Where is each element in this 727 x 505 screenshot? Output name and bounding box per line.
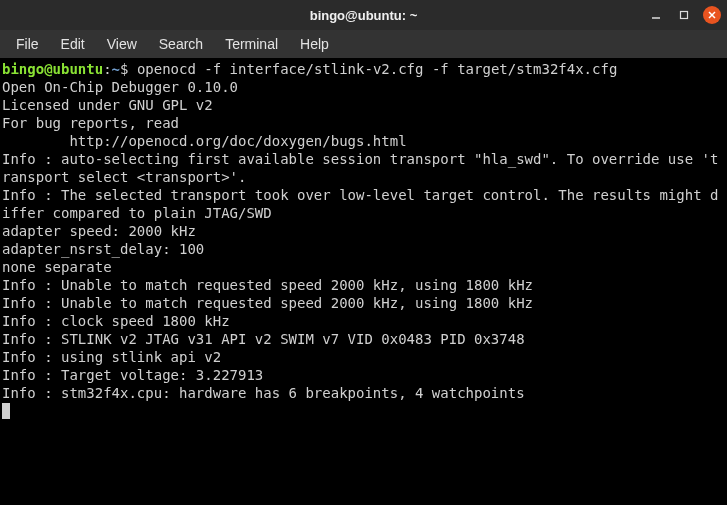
menu-help[interactable]: Help xyxy=(290,33,339,55)
output-line: adapter_nsrst_delay: 100 xyxy=(2,241,204,257)
titlebar: bingo@ubuntu: ~ xyxy=(0,0,727,30)
menubar: File Edit View Search Terminal Help xyxy=(0,30,727,58)
menu-file[interactable]: File xyxy=(6,33,49,55)
window-controls xyxy=(647,6,721,24)
terminal-cursor xyxy=(2,403,10,419)
output-line: adapter speed: 2000 kHz xyxy=(2,223,196,239)
maximize-button[interactable] xyxy=(675,6,693,24)
minimize-icon xyxy=(651,10,661,20)
output-line: Info : The selected transport took over … xyxy=(2,187,718,221)
prompt-path: ~ xyxy=(112,61,120,77)
menu-view[interactable]: View xyxy=(97,33,147,55)
prompt-separator: : xyxy=(103,61,111,77)
window-title: bingo@ubuntu: ~ xyxy=(310,8,418,23)
maximize-icon xyxy=(679,10,689,20)
output-line: Info : Unable to match requested speed 2… xyxy=(2,295,533,311)
svg-rect-1 xyxy=(681,12,688,19)
output-line: Info : stm32f4x.cpu: hardware has 6 brea… xyxy=(2,385,525,401)
output-line: Info : clock speed 1800 kHz xyxy=(2,313,230,329)
output-line: Info : auto-selecting first available se… xyxy=(2,151,718,185)
terminal-area[interactable]: bingo@ubuntu:~$ openocd -f interface/stl… xyxy=(0,58,727,505)
output-line: Info : Target voltage: 3.227913 xyxy=(2,367,263,383)
command-text: openocd -f interface/stlink-v2.cfg -f ta… xyxy=(128,61,617,77)
prompt-userhost: bingo@ubuntu xyxy=(2,61,103,77)
output-line: Info : using stlink api v2 xyxy=(2,349,221,365)
close-icon xyxy=(707,10,717,20)
minimize-button[interactable] xyxy=(647,6,665,24)
menu-edit[interactable]: Edit xyxy=(51,33,95,55)
output-line: For bug reports, read xyxy=(2,115,179,131)
output-line: none separate xyxy=(2,259,112,275)
output-line: http://openocd.org/doc/doxygen/bugs.html xyxy=(2,133,407,149)
output-line: Info : Unable to match requested speed 2… xyxy=(2,277,533,293)
close-button[interactable] xyxy=(703,6,721,24)
menu-terminal[interactable]: Terminal xyxy=(215,33,288,55)
menu-search[interactable]: Search xyxy=(149,33,213,55)
output-line: Open On-Chip Debugger 0.10.0 xyxy=(2,79,238,95)
output-line: Licensed under GNU GPL v2 xyxy=(2,97,213,113)
output-line: Info : STLINK v2 JTAG v31 API v2 SWIM v7… xyxy=(2,331,525,347)
